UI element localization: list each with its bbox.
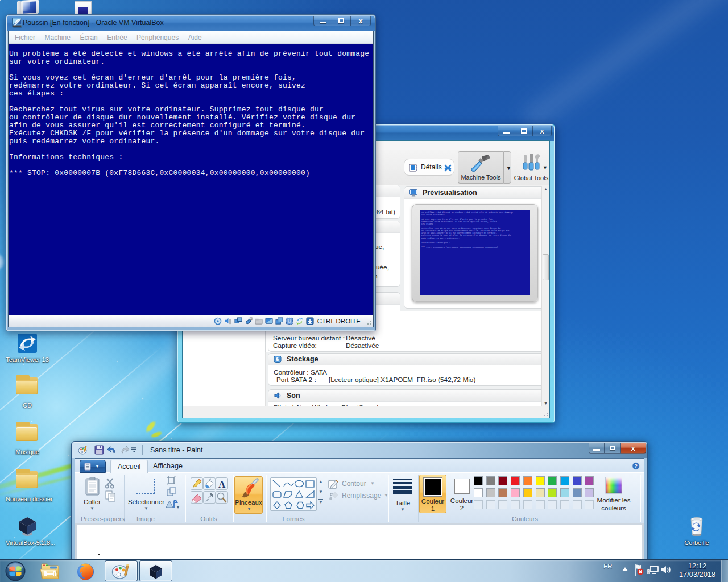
svg-text:?: ?	[634, 463, 638, 469]
svg-text:A: A	[218, 479, 226, 490]
svg-text:▾: ▾	[177, 505, 179, 510]
